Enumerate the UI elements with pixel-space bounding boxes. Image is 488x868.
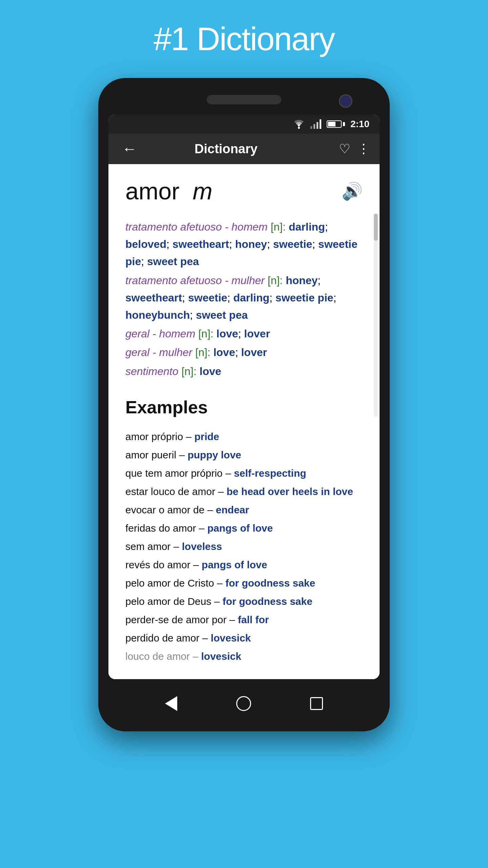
examples-section: Examples amor próprio – pride amor pueri… (125, 397, 363, 666)
status-icons: 2:10 (293, 119, 369, 130)
nav-recent-button[interactable] (310, 697, 323, 710)
example-3: que tem amor próprio – self-respecting (125, 464, 363, 482)
example-12: perdido de amor – lovesick (125, 629, 363, 647)
phone-speaker (207, 95, 281, 104)
example-2: amor pueril – puppy love (125, 446, 363, 464)
back-triangle-icon (165, 696, 177, 711)
sound-button[interactable]: 🔊 (342, 181, 363, 201)
back-button[interactable]: ← (119, 137, 140, 161)
definition-line-1: tratamento afetuoso - homem [n]: darling… (125, 218, 363, 271)
phone-screen: 2:10 ← Dictionary ♡ ⋮ amor m 🔊 (108, 115, 380, 679)
toolbar-title: Dictionary (147, 142, 305, 156)
definition-line-2: tratamento afetuoso - mulher [n]: honey;… (125, 272, 363, 324)
page-title: #1 Dictionary (154, 20, 334, 58)
more-options-button[interactable]: ⋮ (357, 141, 369, 156)
nav-home-button[interactable] (236, 696, 251, 711)
favorite-button[interactable]: ♡ (339, 141, 350, 156)
nav-back-button[interactable] (165, 696, 177, 711)
word-title: amor m (125, 178, 212, 205)
example-11: perder-se de amor por – fall for (125, 611, 363, 629)
example-6: feridas do amor – pangs of love (125, 519, 363, 537)
example-8: revés do amor – pangs of love (125, 556, 363, 574)
home-circle-icon (236, 696, 251, 711)
definitions-section: tratamento afetuoso - homem [n]: darling… (125, 218, 363, 380)
definition-line-3: geral - homem [n]: love; lover (125, 325, 363, 342)
status-time: 2:10 (350, 119, 369, 130)
phone-device: 2:10 ← Dictionary ♡ ⋮ amor m 🔊 (98, 78, 390, 731)
signal-icon (310, 119, 321, 129)
example-1: amor próprio – pride (125, 428, 363, 446)
example-9: pelo amor de Cristo – for goodness sake (125, 574, 363, 592)
phone-top-bar (108, 88, 380, 108)
battery-icon (327, 120, 345, 128)
example-7: sem amor – loveless (125, 537, 363, 556)
toolbar-actions: ♡ ⋮ (339, 141, 369, 156)
wifi-icon (293, 119, 305, 129)
definition-line-5: sentimento [n]: love (125, 363, 363, 380)
content-area: amor m 🔊 tratamento afetuoso - homem [n]… (108, 164, 380, 679)
example-5: evocar o amor de – endear (125, 501, 363, 519)
recent-square-icon (310, 697, 323, 710)
scrollbar-thumb[interactable] (374, 214, 378, 241)
example-4: estar louco de amor – be head over heels… (125, 482, 363, 501)
scrollbar-track[interactable] (374, 214, 378, 417)
word-term: amor (125, 178, 179, 204)
phone-camera (339, 94, 352, 108)
word-header: amor m 🔊 (125, 178, 363, 205)
app-toolbar: ← Dictionary ♡ ⋮ (108, 134, 380, 164)
svg-point-0 (298, 127, 300, 129)
example-13: louco de amor – lovesick (125, 647, 363, 666)
definition-line-4: geral - mulher [n]: love; lover (125, 344, 363, 361)
status-bar: 2:10 (108, 115, 380, 134)
example-10: pelo amor de Deus – for goodness sake (125, 592, 363, 611)
examples-title: Examples (125, 397, 363, 417)
phone-nav-bar (108, 686, 380, 721)
word-pos: m (192, 178, 212, 204)
